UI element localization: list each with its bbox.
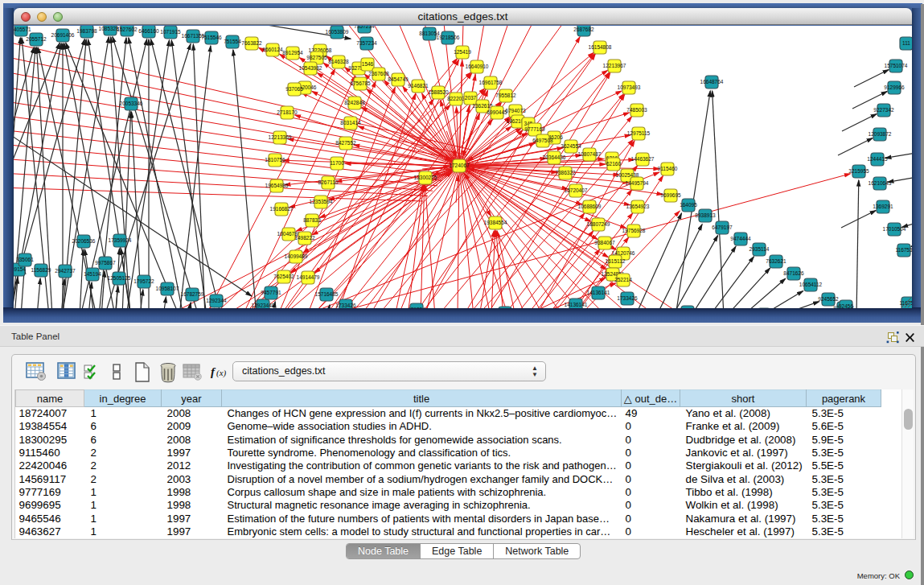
svg-text:887833: 887833 [303,217,321,223]
svg-text:14136141: 14136141 [565,302,588,307]
svg-text:19166827: 19166827 [270,206,294,212]
svg-text:145194: 145194 [84,271,101,277]
svg-text:6794073: 6794073 [505,108,526,113]
svg-text:7357234: 7357234 [354,26,375,29]
svg-text:6466160: 6466160 [138,28,159,34]
svg-text:9115460: 9115460 [658,166,678,171]
svg-text:8912954: 8912954 [282,50,303,56]
svg-text:9227342: 9227342 [873,107,894,113]
svg-text:15751074: 15751074 [885,63,908,68]
svg-text:12505135: 12505135 [108,275,131,281]
svg-text:15716485: 15716485 [315,291,339,297]
svg-text:7955812: 7955812 [495,93,516,98]
svg-text:12353594: 12353594 [310,199,333,204]
svg-text:20691406: 20691406 [51,32,75,38]
svg-text:7386322: 7386322 [555,170,576,175]
svg-text:1733426: 1733426 [617,295,638,301]
svg-text:2942737: 2942737 [55,268,76,274]
svg-text:19654985: 19654985 [265,183,289,188]
svg-text:1292344: 1292344 [206,298,227,303]
svg-text:129234: 129234 [408,307,425,308]
svg-text:20206536: 20206536 [72,238,96,244]
svg-text:16782759: 16782759 [181,291,204,297]
svg-text:8471626: 8471626 [783,270,804,276]
svg-text:16648764: 16648764 [700,79,724,84]
svg-text:3624554: 3624554 [561,143,581,149]
svg-text:8267110: 8267110 [318,179,339,185]
svg-text:9457791: 9457791 [261,290,281,295]
svg-text:9245652: 9245652 [818,296,839,302]
svg-text:1615112: 1615112 [606,258,626,264]
svg-text:14136141: 14136141 [587,290,610,295]
svg-text:12213369: 12213369 [269,134,292,140]
svg-text:6756785: 6756785 [350,80,371,86]
svg-text:9975867: 9975867 [95,260,116,266]
svg-text:16154808: 16154808 [589,44,612,50]
svg-text:937065: 937065 [285,86,303,92]
svg-text:17359924: 17359924 [109,237,132,243]
svg-text:8146328: 8146328 [328,59,349,64]
svg-text:2718170: 2718170 [277,109,298,115]
svg-text:14099489: 14099489 [285,253,308,259]
svg-text:19756928: 19756928 [622,228,646,233]
svg-text:1498222: 1498222 [294,235,315,241]
svg-text:7515546: 7515546 [201,35,222,40]
svg-text:335061: 335061 [16,257,34,262]
svg-text:111: 111 [902,40,910,46]
svg-text:2935114: 2935114 [749,246,770,252]
svg-text:6990445: 6990445 [487,109,507,115]
svg-text:11700: 11700 [330,160,344,166]
svg-text:(x): (x) [216,368,227,378]
svg-text:1724067: 1724067 [449,163,470,168]
svg-text:16640910: 16640910 [466,64,489,69]
svg-text:2037: 2037 [465,95,477,101]
svg-text:12975115: 12975115 [627,130,651,136]
svg-text:1983798: 1983798 [76,28,97,34]
svg-text:16053809: 16053809 [326,29,349,35]
svg-text:12923448: 12923448 [252,303,275,308]
svg-text:12213967: 12213967 [603,63,626,68]
svg-text:14495794: 14495794 [626,180,649,186]
svg-text:1546: 1546 [362,61,374,67]
svg-text:8454749: 8454749 [388,76,409,82]
svg-text:16961758: 16961758 [479,80,503,85]
svg-text:17010504: 17010504 [883,226,906,232]
svg-text:15720407: 15720407 [565,187,588,193]
svg-text:10958107: 10958107 [156,286,179,291]
svg-text:8427552: 8427552 [335,140,356,146]
svg-text:3215955: 3215955 [848,168,869,174]
svg-text:7485003: 7485003 [626,107,647,113]
svg-text:10543982: 10543982 [299,65,322,71]
svg-text:9660124: 9660124 [262,47,283,52]
svg-text:1362615: 1362615 [472,103,493,109]
svg-text:1156829: 1156829 [31,267,51,273]
svg-text:2055712: 2055712 [26,36,47,42]
svg-text:10654112: 10654112 [799,282,823,287]
svg-text:8938913: 8938913 [695,212,716,218]
svg-text:1369291: 1369291 [873,204,893,209]
svg-text:7663822: 7663822 [241,40,262,46]
svg-text:164095: 164095 [680,202,697,208]
svg-text:1071915: 1071915 [160,29,181,35]
svg-text:20053346: 20053346 [120,101,143,106]
svg-text:822203: 822203 [447,96,465,101]
svg-text:10973493: 10973493 [618,84,641,90]
svg-text:252214: 252214 [614,277,632,282]
svg-text:7625402: 7625402 [273,274,294,279]
svg-text:751554: 751554 [224,39,241,44]
svg-text:9129966: 9129966 [884,84,905,90]
svg-text:18807249: 18807249 [587,221,610,227]
svg-text:1588520: 1588520 [428,89,449,95]
svg-text:9777169: 9777169 [524,126,545,132]
svg-text:1795722: 1795722 [133,278,154,284]
svg-text:62160: 62160 [606,161,621,167]
svg-text:6497508: 6497508 [532,138,553,143]
svg-text:8242848: 8242848 [344,100,365,105]
svg-text:9146821: 9146821 [408,83,429,89]
svg-text:f: f [211,365,216,378]
svg-text:1733426: 1733426 [335,303,356,308]
svg-text:6479197: 6479197 [712,225,733,230]
svg-text:9474444: 9474444 [730,236,751,241]
svg-text:39154: 39154 [14,266,26,272]
svg-text:1405571: 1405571 [14,27,31,32]
